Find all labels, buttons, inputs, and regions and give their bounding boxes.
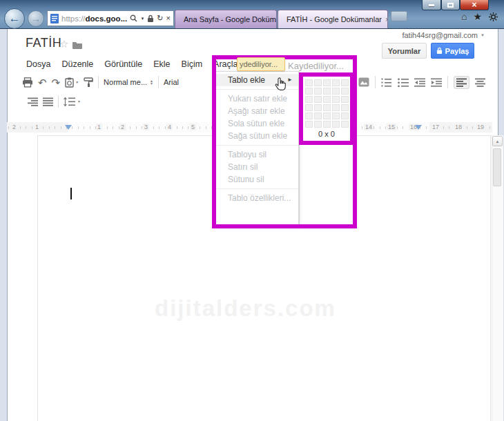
grid-cell[interactable] <box>314 112 322 119</box>
insert-image-icon[interactable] <box>358 77 369 87</box>
toolbar-separator <box>375 76 376 88</box>
browser-chrome: × ← → https://docs.goo... ▼ ↻ × Ana Say <box>0 0 504 29</box>
favorites-star-icon[interactable]: ★ <box>473 11 482 22</box>
grid-cell[interactable] <box>305 88 313 95</box>
grid-cell[interactable] <box>332 121 340 128</box>
indent-icon[interactable] <box>431 78 442 87</box>
grid-cell[interactable] <box>341 96 349 103</box>
grid-cell[interactable] <box>305 112 313 119</box>
align-center-icon[interactable] <box>475 78 485 87</box>
align-right-icon[interactable] <box>28 97 38 106</box>
grid-cell[interactable] <box>323 104 331 111</box>
grid-cell[interactable] <box>323 96 331 103</box>
grid-cell[interactable] <box>332 79 340 86</box>
table-size-grid-selector[interactable]: 0 x 0 <box>299 72 354 145</box>
scroll-up-button[interactable]: ▲ <box>492 136 503 146</box>
grid-cell[interactable] <box>332 112 340 119</box>
close-button[interactable]: × <box>460 0 489 10</box>
menu-item-label: Yukarı satır ekle <box>228 94 287 104</box>
account-email: fatih44srg@gmail.com <box>402 31 478 39</box>
account-dropdown-icon: ▼ <box>481 33 485 37</box>
print-icon[interactable] <box>22 77 33 88</box>
home-icon[interactable]: ⌂ <box>461 11 467 22</box>
tab-close-icon[interactable]: × <box>385 15 388 23</box>
menu-item-a-a-sat-r-ekle: Aşağı satır ekle <box>216 105 298 117</box>
grid-cell[interactable] <box>314 88 322 95</box>
font-family-dropdown[interactable]: Arial <box>164 78 179 86</box>
stop-icon[interactable]: × <box>166 14 171 22</box>
browser-action-icons: ⌂ ★ <box>461 11 498 22</box>
minimize-button[interactable] <box>422 0 441 10</box>
screenshot-root: × ← → https://docs.goo... ▼ ↻ × Ana Say <box>0 0 504 421</box>
address-bar[interactable]: https://docs.goo... ▼ ↻ × <box>47 10 174 26</box>
align-left-button[interactable] <box>454 76 469 89</box>
share-button[interactable]: Paylaş <box>431 43 474 59</box>
styles-updown-icon: ▲▼ <box>150 79 153 85</box>
left-indent-marker[interactable] <box>65 125 72 130</box>
grid-cell[interactable] <box>341 121 349 128</box>
line-spacing-button[interactable]: ▼ <box>64 97 81 106</box>
styles-dropdown[interactable]: Normal me... ▲▼ <box>104 78 153 86</box>
grid-cell[interactable] <box>323 112 331 119</box>
ruler-number: 5 <box>190 124 196 130</box>
folder-icon[interactable] <box>72 41 83 49</box>
grid-cell[interactable] <box>341 79 349 86</box>
star-document-icon[interactable]: ☆ <box>59 38 68 50</box>
grid-cell[interactable] <box>341 104 349 111</box>
menubar-item-düzenle[interactable]: Düzenle <box>56 58 99 72</box>
menubar-item-dosya[interactable]: Dosya <box>21 58 56 72</box>
grid-cell[interactable] <box>314 121 322 128</box>
forward-button[interactable]: → <box>28 10 44 27</box>
text-cursor <box>70 188 72 199</box>
grid-cell[interactable] <box>305 79 313 86</box>
grid-cell[interactable] <box>332 96 340 103</box>
grid-cell[interactable] <box>314 104 322 111</box>
grid-cell[interactable] <box>305 96 313 103</box>
grid-cell[interactable] <box>305 121 313 128</box>
bullet-list-icon[interactable] <box>398 78 409 87</box>
security-lock-icon[interactable] <box>147 14 154 23</box>
tab-ana-sayfa[interactable]: Ana Sayfa - Google Dokümanlar <box>175 10 277 28</box>
right-indent-marker[interactable] <box>415 125 422 130</box>
toolbar-row1-right <box>358 73 485 91</box>
web-clipboard-icon <box>65 77 74 88</box>
address-dropdown-icon[interactable]: ▼ <box>140 17 144 21</box>
grid-cell[interactable] <box>323 121 331 128</box>
numbered-list-icon[interactable] <box>381 78 392 87</box>
outdent-icon[interactable] <box>414 78 425 87</box>
web-clipboard-button[interactable]: ▼ <box>65 77 79 88</box>
menubar-item-ekle[interactable]: Ekle <box>148 58 175 72</box>
grid-cell[interactable] <box>332 104 340 111</box>
undo-icon[interactable]: ↶ <box>38 77 47 88</box>
gear-icon[interactable] <box>488 12 498 22</box>
paint-format-icon[interactable] <box>84 77 93 88</box>
menu-item-s-tunu-sil: Sütunu sil <box>216 173 298 186</box>
grid-cell[interactable] <box>323 79 331 86</box>
document-title[interactable]: FATİH <box>26 36 61 50</box>
search-icon[interactable] <box>130 14 137 22</box>
comments-button[interactable]: Yorumlar <box>382 43 427 59</box>
scrollbar-thumb[interactable] <box>493 148 501 186</box>
menu-item-label: Sağa sütun ekle <box>228 131 287 141</box>
back-button[interactable]: ← <box>4 8 25 29</box>
grid-cell[interactable] <box>314 79 322 86</box>
account-menu[interactable]: fatih44srg@gmail.com ▼ <box>402 31 485 39</box>
refresh-icon[interactable]: ↻ <box>157 14 163 22</box>
grid-cell[interactable] <box>314 96 322 103</box>
new-tab-button[interactable] <box>391 11 407 21</box>
grid-cell[interactable] <box>341 88 349 95</box>
menu-item-tabloyu-sil: Tabloyu sil <box>216 148 298 161</box>
tab-fatih[interactable]: FATİH - Google Dokümanlar × <box>278 10 388 28</box>
menubar-item-biçim[interactable]: Biçim <box>176 58 209 72</box>
grid-cell[interactable] <box>332 88 340 95</box>
menubar-item-görüntüle[interactable]: Görüntüle <box>99 58 148 72</box>
table-size-grid[interactable] <box>305 79 350 128</box>
grid-cell[interactable] <box>341 112 349 119</box>
grid-cell[interactable] <box>305 104 313 111</box>
maximize-button[interactable] <box>441 0 460 10</box>
align-justify-icon[interactable] <box>43 97 53 106</box>
redo-icon[interactable]: ↷ <box>52 77 61 88</box>
url-text[interactable]: https://docs.goo... <box>61 14 127 23</box>
grid-cell[interactable] <box>323 88 331 95</box>
page-favicon <box>50 14 59 23</box>
